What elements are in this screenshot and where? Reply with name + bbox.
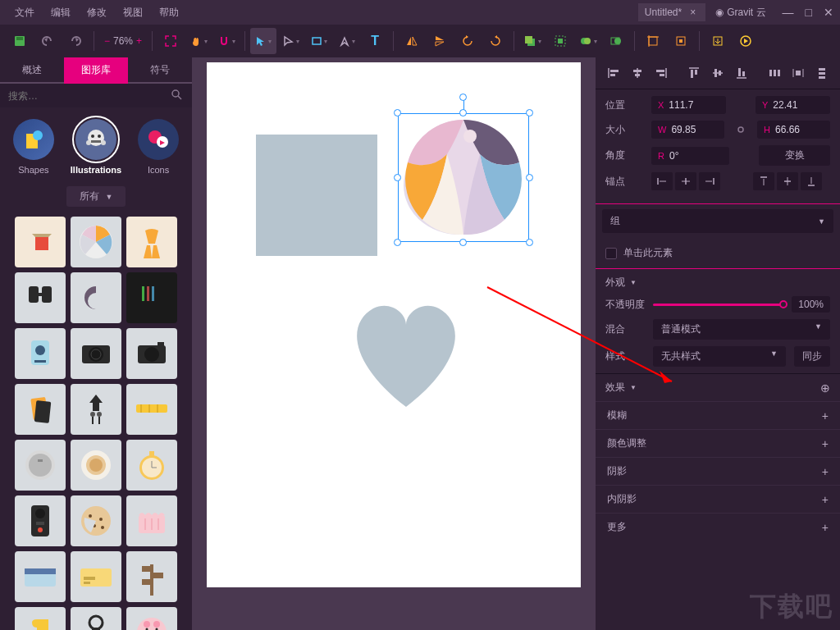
canvas[interactable]	[192, 57, 596, 630]
opacity-value[interactable]: 100%	[792, 296, 830, 313]
flip-v-button[interactable]	[427, 28, 453, 54]
appearance-header[interactable]: 外观 ▼	[596, 269, 840, 296]
layer-front-button[interactable]: ▾	[519, 28, 546, 54]
resize-handle-tm[interactable]	[459, 109, 467, 116]
add-effect-button[interactable]: ⊕	[820, 381, 830, 395]
library-item[interactable]	[71, 217, 121, 267]
menu-file[interactable]: 文件	[7, 2, 43, 23]
flip-h-button[interactable]	[399, 28, 425, 54]
tab-symbols[interactable]: 符号	[128, 57, 192, 84]
effect-more[interactable]: 更多+	[596, 513, 840, 541]
close-tab-icon[interactable]: ×	[687, 7, 699, 18]
menu-view[interactable]: 视图	[115, 2, 151, 23]
category-shapes[interactable]: Shapes	[13, 119, 54, 175]
library-item[interactable]	[71, 495, 121, 546]
library-item[interactable]	[126, 328, 177, 379]
play-button[interactable]	[733, 28, 759, 54]
align-center-h-button[interactable]	[626, 62, 648, 84]
document-tab[interactable]: Untitled* ×	[638, 3, 705, 21]
lock-aspect-button[interactable]	[731, 124, 751, 135]
symbol-button[interactable]	[668, 28, 694, 54]
fit-screen-button[interactable]	[158, 28, 184, 54]
redo-button[interactable]	[62, 28, 89, 54]
anchor-center-h-button[interactable]	[675, 172, 696, 190]
rotate-cw-button[interactable]	[482, 28, 509, 54]
selected-object[interactable]	[398, 113, 529, 242]
artboard[interactable]	[207, 62, 581, 587]
h-input[interactable]: H66.66	[757, 121, 830, 139]
search-icon[interactable]	[171, 89, 184, 103]
magnet-tool[interactable]: ▾	[213, 28, 240, 54]
save-button[interactable]	[7, 28, 33, 54]
add-icon[interactable]: +	[822, 437, 829, 450]
library-item[interactable]	[126, 272, 177, 323]
x-input[interactable]: X111.7	[651, 96, 726, 114]
add-icon[interactable]: +	[822, 465, 829, 478]
resize-handle-bm[interactable]	[459, 239, 467, 246]
library-filter-select[interactable]: 所有 ▼	[66, 186, 126, 207]
effect-blur[interactable]: 模糊+	[596, 401, 840, 429]
rotate-handle[interactable]	[459, 94, 467, 101]
library-item[interactable]	[71, 384, 121, 435]
library-item[interactable]	[126, 495, 177, 546]
y-input[interactable]: Y22.41	[756, 96, 830, 114]
tab-overview[interactable]: 概述	[0, 57, 64, 84]
library-item[interactable]	[15, 217, 66, 267]
anchor-left-button[interactable]	[651, 172, 673, 190]
library-item[interactable]	[71, 328, 121, 379]
distribute-v-button[interactable]	[811, 62, 833, 84]
align-left-button[interactable]	[602, 62, 624, 84]
minimize-icon[interactable]: —	[783, 6, 794, 19]
select-tool[interactable]: ▾	[250, 28, 276, 54]
add-icon[interactable]: +	[822, 493, 829, 506]
menu-help[interactable]: 帮助	[151, 2, 187, 23]
effects-header[interactable]: 效果 ▼ ⊕	[596, 373, 840, 401]
artboard-button[interactable]	[640, 28, 666, 54]
library-item[interactable]	[126, 217, 177, 267]
library-item[interactable]	[71, 551, 121, 602]
opacity-slider[interactable]	[653, 304, 783, 306]
path-combine-button[interactable]: ▾	[575, 28, 601, 54]
resize-handle-tr[interactable]	[526, 109, 533, 116]
category-illustrations[interactable]: Illustrations	[71, 119, 121, 175]
library-item[interactable]	[126, 607, 177, 630]
search-input[interactable]	[8, 90, 171, 102]
resize-handle-bl[interactable]	[394, 239, 401, 246]
pen-tool[interactable]: ▾	[334, 28, 360, 54]
category-icons[interactable]: Icons	[138, 119, 179, 175]
distribute-h-button[interactable]	[763, 62, 785, 84]
library-item[interactable]	[15, 607, 66, 630]
add-icon[interactable]: +	[822, 521, 829, 534]
library-item[interactable]	[15, 384, 66, 435]
align-bottom-button[interactable]	[731, 62, 753, 84]
add-icon[interactable]: +	[822, 409, 829, 422]
effect-inner-shadow[interactable]: 内阴影+	[596, 485, 840, 513]
effect-shadow[interactable]: 阴影+	[596, 457, 840, 485]
resize-handle-ml[interactable]	[394, 174, 401, 181]
text-tool[interactable]: T	[362, 28, 388, 54]
library-item[interactable]	[15, 551, 66, 602]
anchor-right-button[interactable]	[699, 172, 720, 190]
tab-library[interactable]: 图形库	[64, 57, 128, 84]
clip-button[interactable]	[603, 28, 629, 54]
library-item[interactable]	[15, 328, 66, 379]
transform-button[interactable]: 变换	[759, 145, 830, 166]
rotate-ccw-button[interactable]	[454, 28, 481, 54]
menu-modify[interactable]: 修改	[79, 2, 115, 23]
library-item[interactable]	[126, 551, 177, 602]
library-item[interactable]	[71, 440, 121, 491]
rect-tool[interactable]: ▾	[306, 28, 332, 54]
canvas-rectangle[interactable]	[256, 135, 377, 256]
library-item[interactable]	[126, 440, 177, 491]
zoom-control[interactable]: − 76% +	[99, 35, 147, 47]
anchor-bottom-button[interactable]	[801, 172, 822, 190]
menu-edit[interactable]: 编辑	[43, 2, 79, 23]
w-input[interactable]: W69.85	[651, 121, 724, 139]
resize-handle-mr[interactable]	[526, 174, 533, 181]
library-item[interactable]	[71, 607, 121, 630]
undo-button[interactable]	[34, 28, 61, 54]
library-item[interactable]	[15, 272, 66, 323]
anchor-center-v-button[interactable]	[777, 172, 798, 190]
canvas-heart[interactable]	[336, 292, 476, 415]
angle-input[interactable]: R0°	[651, 147, 729, 165]
